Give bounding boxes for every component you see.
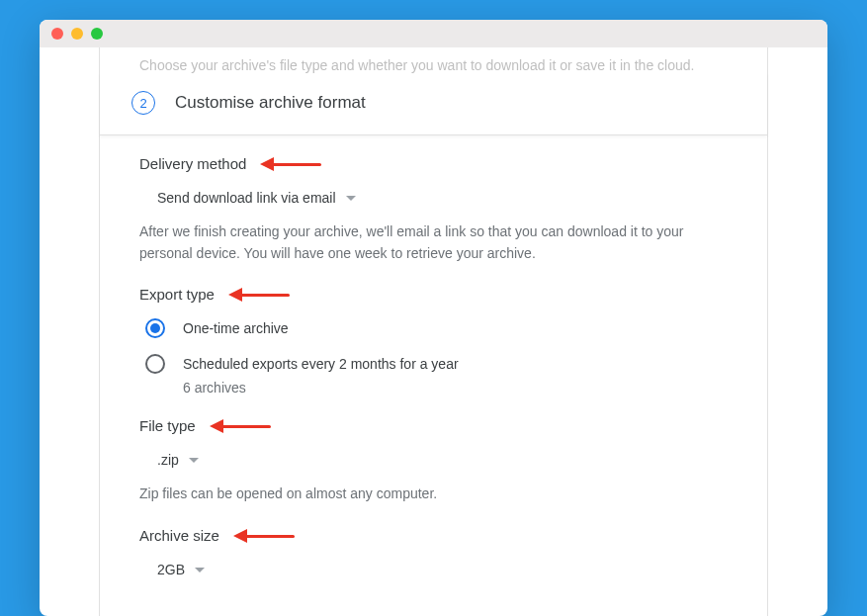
annotation-arrow-icon [210,422,271,430]
file-type-description: Zip files can be opened on almost any co… [139,484,728,505]
radio-label: Scheduled exports every 2 months for a y… [183,356,459,372]
delivery-method-label-text: Delivery method [139,155,246,172]
file-type-label: File type [139,417,728,434]
step-title: Customise archive format [175,93,366,113]
annotation-arrow-icon [228,291,290,299]
previous-step-description: Choose your archive's file type and whet… [100,47,767,73]
export-type-one-time-radio[interactable]: One-time archive [145,318,728,338]
form-body: Delivery method Send download link via e… [100,135,767,581]
export-type-label-text: Export type [139,286,215,303]
file-type-selected: .zip [157,452,179,468]
export-type-label: Export type [139,286,728,303]
radio-label: One-time archive [183,320,289,336]
export-type-scheduled-radio[interactable]: Scheduled exports every 2 months for a y… [145,354,728,374]
archive-size-dropdown[interactable]: 2GB [151,558,211,581]
annotation-arrow-icon [233,532,295,540]
file-type-label-text: File type [139,417,196,434]
maximize-window-button[interactable] [91,28,103,40]
app-window: Choose your archive's file type and whet… [40,20,827,616]
settings-panel: Choose your archive's file type and whet… [99,47,768,616]
delivery-method-dropdown[interactable]: Send download link via email [151,186,362,210]
annotation-arrow-icon [260,160,321,168]
archive-size-label: Archive size [139,527,728,544]
delivery-method-description: After we finish creating your archive, w… [139,221,728,264]
radio-checked-icon [145,318,165,338]
window-titlebar [40,20,827,47]
archive-size-selected: 2GB [157,562,185,577]
archive-size-label-text: Archive size [139,527,219,544]
delivery-method-label: Delivery method [139,155,728,172]
delivery-method-selected: Send download link via email [157,190,336,206]
chevron-down-icon [189,458,199,463]
scheduled-subtext: 6 archives [183,380,728,396]
radio-unchecked-icon [145,354,165,374]
file-type-dropdown[interactable]: .zip [151,448,205,472]
chevron-down-icon [195,568,205,572]
step-number-badge: 2 [131,91,155,115]
chevron-down-icon [346,196,356,201]
content-area: Choose your archive's file type and whet… [40,47,827,616]
step-header[interactable]: 2 Customise archive format [100,73,767,135]
minimize-window-button[interactable] [71,28,83,40]
close-window-button[interactable] [51,28,63,40]
